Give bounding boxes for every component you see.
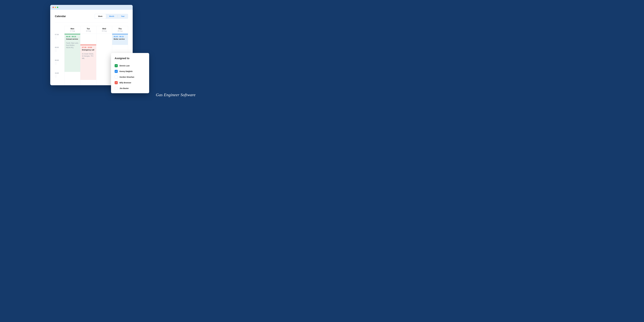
view-switch: Week Month Year bbox=[95, 14, 128, 19]
calendar-event[interactable]: 06.45 - 09:15Annual serviceFavell, Dipe … bbox=[64, 34, 80, 72]
tab-year[interactable]: Year bbox=[118, 14, 128, 18]
window-close-icon[interactable] bbox=[52, 7, 54, 8]
day-header: Wed19 Aug bbox=[96, 26, 112, 34]
time-slot: 10.00 bbox=[55, 72, 64, 85]
event-color-bar bbox=[64, 34, 80, 34]
day-date: 17 Aug bbox=[64, 30, 80, 32]
event-title: Annual service bbox=[66, 38, 79, 40]
assignee-checkbox[interactable] bbox=[115, 87, 118, 90]
time-tick bbox=[55, 63, 57, 63]
event-color-bar bbox=[112, 34, 128, 34]
time-label: 07.00 bbox=[55, 34, 64, 35]
day-header: Thu20 Aug bbox=[112, 26, 128, 34]
assigned-title: Assigned to bbox=[115, 57, 146, 60]
assignee-checkbox[interactable] bbox=[115, 70, 118, 73]
assignee-name: Gordon Strachan bbox=[120, 76, 134, 78]
day-column: Mon17 Aug06.45 - 09:15Annual serviceFave… bbox=[64, 26, 80, 85]
event-color-bar bbox=[80, 45, 96, 45]
assignee-name: Dennis Law bbox=[120, 65, 130, 67]
brand-logo: Gas Engineer Software bbox=[156, 92, 196, 97]
assignee-row[interactable]: Jim Baxter bbox=[115, 86, 146, 91]
day-column: Wed19 Aug bbox=[96, 26, 112, 85]
time-label: 09.00 bbox=[55, 59, 64, 61]
time-tick bbox=[55, 62, 57, 62]
assignee-name: Jim Baxter bbox=[120, 87, 129, 89]
calendar-event[interactable]: 06.45 - 09:15Boiler service bbox=[112, 34, 128, 45]
assignee-name: Kenny Dalglish bbox=[120, 70, 132, 72]
calendar-event[interactable]: 07:30 - 10:00Emergency call41 Gower Stre… bbox=[80, 45, 96, 80]
day-date: 18 Aug bbox=[80, 30, 96, 32]
event-time: 07:30 - 10:00 bbox=[82, 46, 94, 48]
day-of-week: Mon bbox=[64, 28, 80, 30]
time-tick bbox=[55, 77, 57, 77]
day-of-week: Thu bbox=[112, 28, 128, 30]
event-address: 41 Gower Street, St Georges, TF2 9BL bbox=[82, 53, 94, 60]
event-address: Favell, Dipe Lane, East Boldon, NE36 0PQ bbox=[66, 42, 79, 49]
tab-month[interactable]: Month bbox=[106, 14, 118, 18]
day-header: Tue18 Aug bbox=[80, 26, 96, 34]
day-of-week: Wed bbox=[96, 28, 112, 30]
time-tick bbox=[55, 37, 57, 38]
time-slot: 08.00 bbox=[55, 46, 64, 59]
event-title: Emergency call bbox=[82, 49, 94, 51]
tab-week[interactable]: Week bbox=[95, 14, 106, 18]
assignee-row[interactable]: Dennis Law bbox=[115, 63, 146, 69]
day-header: Mon17 Aug bbox=[64, 26, 80, 34]
assignee-checkbox[interactable] bbox=[115, 64, 118, 67]
window-titlebar bbox=[50, 5, 133, 10]
day-column: Tue18 Aug07:30 - 10:00Emergency call41 G… bbox=[80, 26, 96, 85]
time-slot: 07.00 bbox=[55, 34, 64, 46]
time-tick bbox=[55, 36, 57, 37]
header-row: Calendar Week Month Year bbox=[55, 14, 128, 22]
window-minimize-icon[interactable] bbox=[55, 7, 56, 8]
window-zoom-icon[interactable] bbox=[57, 7, 58, 8]
assignee-checkbox[interactable] bbox=[115, 81, 118, 84]
time-label: 08.00 bbox=[55, 46, 64, 48]
time-slot: 09.00 bbox=[55, 59, 64, 72]
time-tick bbox=[55, 51, 57, 52]
assignee-row[interactable]: Gordon Strachan bbox=[115, 74, 146, 80]
assigned-panel: Assigned to Dennis LawKenny DalglishGord… bbox=[111, 53, 149, 93]
assignee-name: Billy Bremner bbox=[120, 82, 131, 84]
page-title: Calendar bbox=[55, 15, 66, 18]
event-time: 06.45 - 09:15 bbox=[66, 36, 79, 37]
assigned-list: Dennis LawKenny DalglishGordon StrachanB… bbox=[115, 63, 146, 91]
time-label: 10.00 bbox=[55, 72, 64, 74]
time-rail: 07.0008.0009.0010.00 bbox=[55, 26, 64, 85]
assignee-checkbox[interactable] bbox=[115, 75, 118, 79]
day-date: 19 Aug bbox=[96, 30, 112, 32]
day-date: 20 Aug bbox=[112, 30, 128, 32]
event-time: 06.45 - 09:15 bbox=[114, 36, 126, 37]
event-title: Boiler service bbox=[114, 38, 126, 40]
assignee-row[interactable]: Kenny Dalglish bbox=[115, 69, 146, 74]
assignee-row[interactable]: Billy Bremner bbox=[115, 80, 146, 86]
day-of-week: Tue bbox=[80, 28, 96, 30]
